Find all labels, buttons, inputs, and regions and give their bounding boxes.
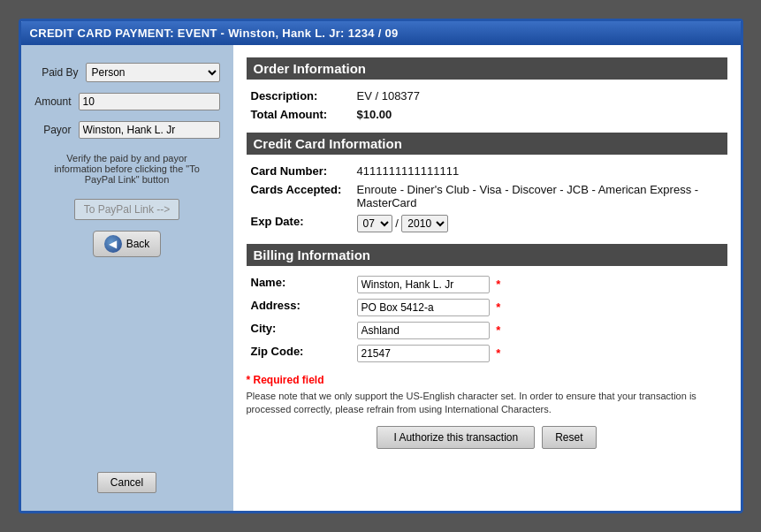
paid-by-select[interactable]: Person [86, 63, 220, 82]
amount-input[interactable] [79, 93, 220, 110]
amount-label: Amount [34, 95, 72, 108]
zip-cell: * [353, 342, 727, 365]
exp-year-select[interactable]: 2009 2010 2011 2012 2013 2014 2015 [401, 215, 448, 232]
description-label: Description: [247, 87, 353, 105]
verify-text: Verify the paid by and payor information… [34, 149, 220, 188]
address-cell: * [353, 296, 727, 319]
name-input[interactable] [357, 276, 490, 293]
city-cell: * [353, 319, 727, 342]
paid-by-row: Paid By Person [34, 63, 220, 82]
total-label: Total Amount: [247, 105, 353, 124]
exp-date-cell: 01 02 03 04 05 06 07 08 09 10 11 12 [353, 212, 727, 235]
cards-accepted-value: Enroute - Diner's Club - Visa - Discover… [353, 180, 727, 212]
credit-card-section-header: Credit Card Information [247, 133, 727, 155]
cards-accepted-label: Cards Accepted: [247, 180, 353, 212]
table-row: Description: EV / 108377 [247, 87, 727, 105]
credit-card-table: Card Number: 4111111111111111 Cards Acce… [247, 162, 727, 235]
order-table: Description: EV / 108377 Total Amount: $… [247, 87, 727, 124]
back-button-label: Back [126, 238, 150, 250]
city-label: City: [247, 319, 353, 342]
amount-row: Amount [34, 93, 220, 110]
zip-label: Zip Code: [247, 342, 353, 365]
notice-text: Please note that we only support the US-… [247, 390, 727, 417]
exp-separator: / [395, 217, 401, 230]
address-required-star: * [496, 300, 500, 314]
back-button[interactable]: ◀ Back [93, 231, 162, 257]
city-input[interactable] [357, 322, 490, 339]
total-value: $10.00 [353, 105, 727, 124]
address-input[interactable] [357, 299, 490, 316]
table-row: Address: * [247, 296, 727, 319]
paypal-link-button[interactable]: To PayPal Link --> [74, 199, 180, 220]
zip-input[interactable] [357, 345, 490, 362]
table-row: Total Amount: $10.00 [247, 105, 727, 124]
payor-input[interactable] [79, 121, 220, 139]
reset-button[interactable]: Reset [542, 426, 596, 449]
payor-row: Payor [34, 121, 220, 139]
billing-table: Name: * Address: * City: [247, 273, 727, 365]
billing-section-header: Billing Information [247, 244, 727, 266]
city-required-star: * [496, 323, 500, 337]
content-area: Paid By Person Amount Payor Verify the p… [21, 45, 741, 511]
card-number-value: 4111111111111111 [353, 162, 727, 180]
table-row: Name: * [247, 273, 727, 296]
paid-by-label: Paid By [34, 66, 79, 79]
window-title: CREDIT CARD PAYMENT: EVENT - Winston, Ha… [30, 27, 399, 40]
title-bar: CREDIT CARD PAYMENT: EVENT - Winston, Ha… [21, 21, 741, 45]
main-window: CREDIT CARD PAYMENT: EVENT - Winston, Ha… [19, 19, 743, 513]
name-label: Name: [247, 273, 353, 296]
description-value: EV / 108377 [353, 87, 727, 105]
exp-date-label: Exp Date: [247, 212, 353, 235]
cancel-button[interactable]: Cancel [97, 472, 156, 493]
required-note: * Required field [247, 374, 727, 386]
table-row: Exp Date: 01 02 03 04 05 06 07 08 09 [247, 212, 727, 235]
table-row: Cards Accepted: Enroute - Diner's Club -… [247, 180, 727, 212]
table-row: Card Number: 4111111111111111 [247, 162, 727, 180]
card-number-label: Card Number: [247, 162, 353, 180]
authorize-button[interactable]: I Authorize this transaction [377, 426, 535, 449]
name-cell: * [353, 273, 727, 296]
address-label: Address: [247, 296, 353, 319]
table-row: City: * [247, 319, 727, 342]
right-panel: Order Information Description: EV / 1083… [233, 45, 741, 511]
zip-required-star: * [496, 346, 500, 360]
name-required-star: * [496, 277, 500, 291]
order-section-header: Order Information [247, 57, 727, 80]
table-row: Zip Code: * [247, 342, 727, 365]
exp-month-select[interactable]: 01 02 03 04 05 06 07 08 09 10 11 12 [357, 215, 392, 232]
payor-label: Payor [34, 124, 72, 136]
left-panel: Paid By Person Amount Payor Verify the p… [21, 45, 233, 511]
back-icon: ◀ [104, 235, 122, 253]
action-row: I Authorize this transaction Reset [247, 426, 727, 449]
